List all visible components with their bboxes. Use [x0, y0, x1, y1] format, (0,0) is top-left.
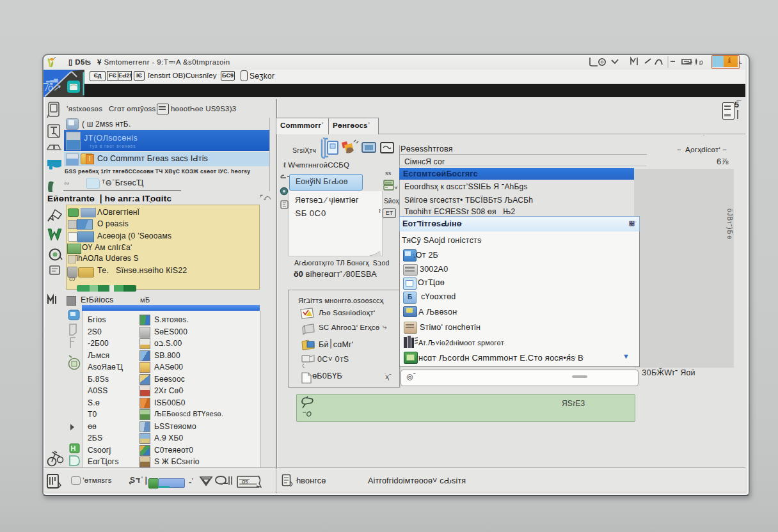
svg-text:̅/ȭ↗: ̅/ȭ↗	[44, 82, 61, 93]
svg-text:ɑѕּ: ɑѕּ	[242, 478, 249, 485]
svg-text:▂▃▅: ▂▃▅	[45, 77, 58, 82]
